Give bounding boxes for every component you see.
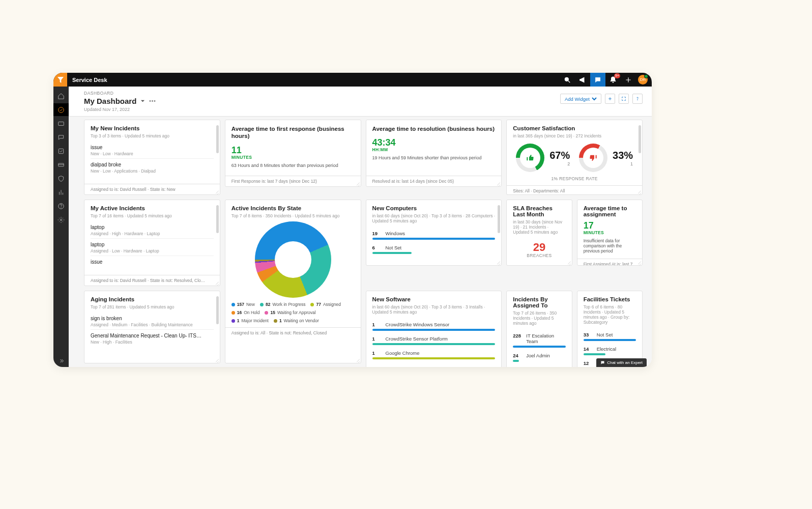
widget-sla-breaches: SLA Breaches Last Month in last 30 days …: [506, 200, 572, 266]
main: DASHBOARD My Dashboard ••• Updated Nov 1…: [69, 87, 652, 367]
scrollbar[interactable]: [639, 125, 641, 153]
resize-handle[interactable]: [497, 261, 500, 264]
add-widget-button[interactable]: Add Widget: [560, 94, 601, 104]
metric-value: 43:34: [372, 137, 496, 148]
scrollbar[interactable]: [498, 205, 500, 233]
widget-title: Incidents By Assigned To: [507, 291, 571, 310]
resize-handle[interactable]: [638, 261, 641, 264]
bar-fill: [584, 353, 605, 355]
brand-logo[interactable]: [53, 73, 67, 87]
resize-handle[interactable]: [638, 190, 641, 193]
list-item[interactable]: issue: [91, 256, 214, 267]
notification-badge: 9+: [614, 73, 620, 78]
widget-title: My New Incidents: [84, 120, 220, 133]
bar-row: 1Google Chrome: [372, 346, 496, 360]
add-button[interactable]: [605, 94, 615, 104]
list-item-sub: Assigned · High · Hardware · Laptop: [91, 231, 214, 236]
response-rate: 1% RESPONSE RATE: [507, 175, 642, 185]
title-dropdown-icon[interactable]: [140, 99, 145, 103]
widget-foot: Assigned to is: All · State is not: Reso…: [225, 327, 361, 338]
topbar: Service Desk 9+ DR: [53, 73, 652, 87]
resize-handle[interactable]: [357, 359, 360, 362]
widget-foot: First Response is: last 7 days (since De…: [225, 176, 361, 186]
legend-dot: [265, 311, 268, 315]
widget-sub: Top 7 of 26 items · 350 Incidents · Upda…: [507, 310, 571, 326]
bar-label: Not Set: [386, 245, 402, 250]
list-item[interactable]: laptop Assigned · Low · Hardware · Lapto…: [91, 239, 214, 256]
nav-security-icon[interactable]: [53, 172, 69, 185]
legend-item: 82 Work in Progress: [260, 302, 306, 307]
bar-label: Google Chrome: [386, 350, 420, 356]
legend-dot: [310, 303, 314, 306]
legend-item: 1 Major Incident: [231, 318, 269, 323]
bar-value: 1: [372, 350, 383, 356]
bar-row: 24Joel Admin: [513, 349, 565, 363]
nav-tasks-icon[interactable]: [53, 145, 69, 157]
list-item[interactable]: sign is broken Assigned · Medium · Facil…: [91, 313, 214, 330]
resize-handle[interactable]: [216, 281, 219, 285]
chat-icon[interactable]: [590, 73, 605, 87]
scrollbar[interactable]: [216, 125, 219, 153]
list-item-title: dialpad broke: [91, 162, 214, 167]
widget-avg-assignment: Average time to assignment 17 MINUTES In…: [577, 200, 643, 266]
widget-title: SLA Breaches Last Month: [507, 200, 571, 219]
collapse-sidebar-icon[interactable]: [53, 358, 69, 364]
resize-handle[interactable]: [568, 261, 571, 264]
nav-reports-icon[interactable]: [53, 186, 69, 199]
nav-help-icon[interactable]: [53, 200, 69, 212]
bar-row: 17Hardware Techs: [513, 363, 565, 367]
metric-compare: Insufficient data for comparison with th…: [584, 238, 636, 253]
list-item-title: issue: [91, 259, 214, 265]
add-icon[interactable]: [621, 73, 636, 87]
list-item[interactable]: General Maintenance Request - Clean Up- …: [91, 330, 214, 347]
list-item-title: General Maintenance Request - Clean Up- …: [91, 333, 214, 338]
list-item-title: laptop: [91, 224, 214, 230]
list-item[interactable]: issue New · Low · Hardware: [91, 142, 214, 159]
nav-home-icon[interactable]: [53, 90, 69, 102]
chart-legend: 157 New82 Work in Progress77 Assigned16 …: [225, 298, 361, 327]
legend-item: 77 Assigned: [310, 302, 340, 307]
metric-value: 29: [507, 241, 571, 254]
resize-handle[interactable]: [497, 182, 500, 185]
metric-compare: 63 Hours and 8 Minutes shorter than prev…: [231, 163, 355, 168]
sidebar: [53, 87, 69, 367]
donut-chart: [255, 221, 331, 298]
legend-dot: [274, 319, 277, 323]
fullscreen-button[interactable]: [619, 94, 629, 104]
nav-settings-icon[interactable]: [53, 213, 69, 226]
more-menu-icon[interactable]: •••: [149, 98, 156, 104]
nav-tickets-icon[interactable]: [53, 117, 69, 130]
thumbs-up-icon: [516, 144, 544, 172]
resize-handle[interactable]: [216, 359, 219, 362]
page-title: My Dashboard: [84, 97, 136, 105]
chat-with-expert-button[interactable]: Chat with an Expert: [596, 358, 647, 367]
scrollbar[interactable]: [216, 296, 219, 324]
app-title: Service Desk: [67, 77, 107, 83]
widget-aging-incidents: Aging Incidents Top 7 of 281 items · Upd…: [84, 291, 220, 363]
search-icon[interactable]: [560, 73, 575, 87]
bar-fill: [372, 329, 496, 331]
widget-sub: in last 60 days (since Oct 20) · Top 3 o…: [366, 304, 502, 315]
list-item[interactable]: laptop Assigned · High · Hardware · Lapt…: [91, 221, 214, 239]
resize-handle[interactable]: [216, 190, 219, 193]
svg-rect-6: [59, 149, 63, 153]
megaphone-icon[interactable]: [575, 73, 590, 87]
bar-fill: [513, 346, 565, 348]
scrollbar[interactable]: [216, 205, 219, 233]
legend-item: 15 Waiting for Approval: [265, 310, 315, 315]
gauge-negative: 33% 1: [579, 144, 633, 172]
bell-icon[interactable]: 9+: [605, 73, 621, 87]
list-item-sub: New · Low · Hardware: [91, 151, 214, 156]
nav-dashboard-icon[interactable]: [53, 103, 69, 116]
widget-foot: Resolved at is: last 14 days (since Dec …: [366, 176, 502, 186]
nav-card-icon[interactable]: [53, 158, 69, 171]
user-avatar[interactable]: DR: [638, 75, 648, 84]
chat-expert-label: Chat with an Expert: [607, 360, 643, 365]
widget-title: Aging Incidents: [84, 291, 220, 304]
resize-handle[interactable]: [357, 182, 360, 185]
list-item[interactable]: dialpad broke New · Low · Applications ·…: [91, 159, 214, 176]
bar-fill: [584, 339, 636, 341]
help-button[interactable]: [632, 94, 643, 104]
nav-chat-icon[interactable]: [53, 131, 69, 144]
bar-row: 1CrowdStrike Sensor Platform: [372, 332, 496, 346]
